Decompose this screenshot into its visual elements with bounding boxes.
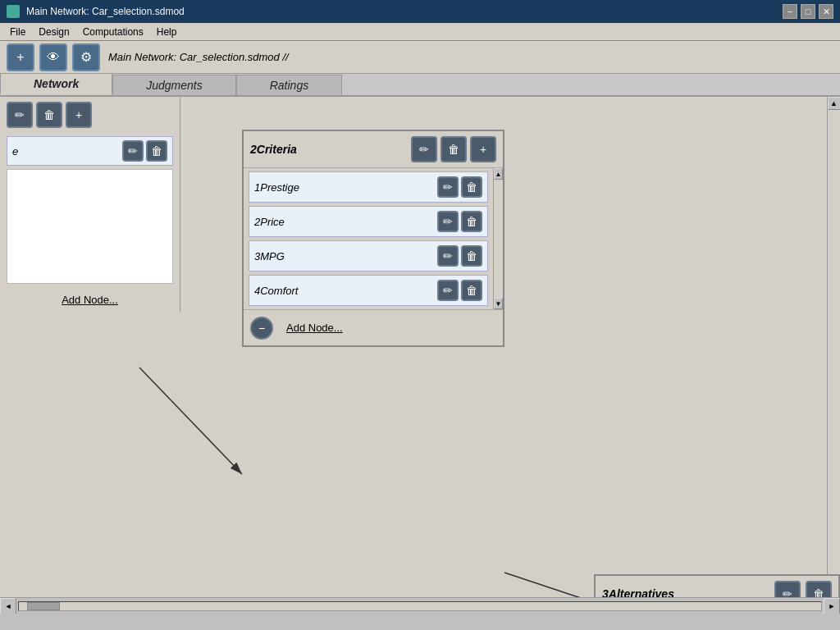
criteria-header: 2Criteria ✏ 🗑 + (244, 131, 503, 168)
criteria-items-area: 1Prestige ✏ 🗑 2Price ✏ (244, 168, 493, 309)
node-item-1-edit[interactable]: ✏ (122, 140, 144, 162)
criteria-item-2-label: 2Price (254, 216, 437, 228)
toolbar: + 👁 ⚙ Main Network: Car_selection.sdmod … (0, 41, 840, 74)
criteria-item-1[interactable]: 1Prestige ✏ 🗑 (249, 171, 488, 203)
toolbar-title: Main Network: Car_selection.sdmod // (108, 51, 289, 63)
node-empty-area (7, 169, 173, 284)
criteria-item-3-edit[interactable]: ✏ (437, 245, 459, 267)
pencil-icon: ✏ (15, 108, 25, 121)
criteria-item-3-buttons: ✏ 🗑 (437, 245, 482, 267)
node-item-1-buttons: ✏ 🗑 (122, 140, 167, 162)
right-scrollbar[interactable]: ▲ ▼ (827, 97, 840, 597)
tab-bar: Network Judgments Ratings (0, 74, 840, 97)
criteria-item-2-buttons: ✏ 🗑 (437, 211, 482, 232)
criteria-item-3-delete[interactable]: 🗑 (461, 245, 482, 267)
scroll-track-horizontal (18, 601, 822, 611)
trash-icon-c3: 🗑 (466, 249, 477, 262)
bottom-scrollbar[interactable]: ◄ ► (0, 597, 840, 614)
criteria-delete-button[interactable]: 🗑 (441, 136, 467, 162)
tab-judgments[interactable]: Judgments (112, 75, 235, 95)
title-bar-controls[interactable]: − □ ✕ (783, 4, 833, 19)
criteria-item-4[interactable]: 4Comfort ✏ 🗑 (249, 275, 488, 306)
node-item-1-delete[interactable]: 🗑 (146, 140, 167, 162)
trash-icon-c1: 🗑 (466, 180, 477, 194)
title-bar: Main Network: Car_selection.sdmod − □ ✕ (0, 0, 840, 23)
scroll-up-button[interactable]: ▲ (828, 97, 841, 110)
criteria-item-1-buttons: ✏ 🗑 (437, 176, 482, 198)
criteria-title: 2Criteria (250, 143, 411, 156)
trash-icon-criteria: 🗑 (448, 143, 459, 156)
maximize-button[interactable]: □ (801, 4, 815, 19)
criteria-header-buttons: ✏ 🗑 + (411, 136, 496, 162)
criteria-bottom: − Add Node... (244, 309, 503, 345)
trash-icon-c4: 🗑 (466, 284, 477, 297)
add-button[interactable]: + (7, 43, 34, 71)
pencil-icon-c4: ✏ (443, 284, 453, 297)
criteria-item-4-buttons: ✏ 🗑 (437, 280, 482, 301)
tab-network[interactable]: Network (0, 73, 112, 95)
app-icon (7, 5, 20, 18)
criteria-item-4-label: 4Comfort (254, 285, 437, 297)
menu-design[interactable]: Design (32, 25, 75, 39)
menu-file[interactable]: File (3, 25, 32, 39)
svg-line-1 (139, 368, 242, 474)
criteria-add-node-link[interactable]: Add Node... (280, 315, 349, 340)
minus-icon: − (258, 322, 265, 335)
eye-button[interactable]: 👁 (39, 43, 67, 71)
tab-ratings[interactable]: Ratings (236, 75, 342, 95)
pencil-icon-small: ✏ (128, 144, 138, 158)
close-button[interactable]: ✕ (819, 4, 833, 19)
criteria-edit-button[interactable]: ✏ (411, 136, 437, 162)
criteria-item-1-label: 1Prestige (254, 181, 437, 194)
criteria-panel: 2Criteria ✏ 🗑 + 1Prestige (242, 130, 504, 347)
criteria-scroll-up[interactable]: ▲ (494, 168, 503, 180)
criteria-item-3-label: 3MPG (254, 250, 437, 262)
panel1-toolbar: ✏ 🗑 + (0, 97, 180, 133)
minimize-button[interactable]: − (783, 4, 797, 19)
trash-icon: 🗑 (43, 108, 55, 121)
pencil-icon-criteria: ✏ (419, 143, 429, 156)
menu-computations[interactable]: Computations (76, 25, 150, 39)
criteria-with-scroll: 1Prestige ✏ 🗑 2Price ✏ (244, 168, 503, 309)
criteria-item-1-delete[interactable]: 🗑 (461, 176, 482, 198)
plus-icon-criteria: + (480, 143, 486, 156)
menu-bar: File Design Computations Help (0, 23, 840, 41)
scroll-right-button[interactable]: ► (824, 598, 840, 614)
criteria-scroll-track (494, 180, 503, 298)
menu-help[interactable]: Help (150, 25, 184, 39)
settings-button[interactable]: ⚙ (72, 43, 100, 71)
pencil-icon-c2: ✏ (443, 215, 453, 228)
pencil-icon-c1: ✏ (443, 180, 453, 194)
scroll-track-vertical (828, 110, 840, 584)
criteria-add-button[interactable]: + (470, 136, 496, 162)
criteria-item-2-delete[interactable]: 🗑 (461, 211, 482, 232)
add-node-link-1[interactable]: Add Node... (0, 287, 180, 313)
trash-icon-c2: 🗑 (466, 215, 477, 228)
criteria-item-1-edit[interactable]: ✏ (437, 176, 459, 198)
panel1-edit-button[interactable]: ✏ (7, 102, 33, 128)
scroll-thumb-horizontal[interactable] (27, 602, 60, 610)
criteria-item-2-edit[interactable]: ✏ (437, 211, 459, 232)
criteria-item-4-edit[interactable]: ✏ (437, 280, 459, 301)
criteria-item-3[interactable]: 3MPG ✏ 🗑 (249, 240, 488, 272)
node-panel-1: ✏ 🗑 + e ✏ 🗑 Add Node... (0, 97, 180, 313)
criteria-minus-button[interactable]: − (250, 317, 273, 340)
criteria-scroll-down[interactable]: ▼ (494, 298, 503, 309)
scroll-left-button[interactable]: ◄ (0, 598, 16, 614)
node-item-1-label: e (12, 145, 122, 158)
criteria-item-2[interactable]: 2Price ✏ 🗑 (249, 206, 488, 237)
node-item-1[interactable]: e ✏ 🗑 (7, 136, 173, 166)
panel1-delete-button[interactable]: 🗑 (36, 102, 62, 128)
trash-icon-small: 🗑 (151, 144, 162, 158)
panel1-add-button[interactable]: + (66, 102, 92, 128)
criteria-item-4-delete[interactable]: 🗑 (461, 280, 482, 301)
window-title: Main Network: Car_selection.sdmod (26, 6, 185, 17)
title-bar-left: Main Network: Car_selection.sdmod (7, 5, 185, 18)
main-area: ▲ ▼ ✏ 🗑 + e ✏ 🗑 (0, 97, 840, 614)
plus-icon: + (75, 108, 82, 121)
criteria-scrollbar[interactable]: ▲ ▼ (493, 168, 503, 309)
pencil-icon-c3: ✏ (443, 249, 453, 262)
